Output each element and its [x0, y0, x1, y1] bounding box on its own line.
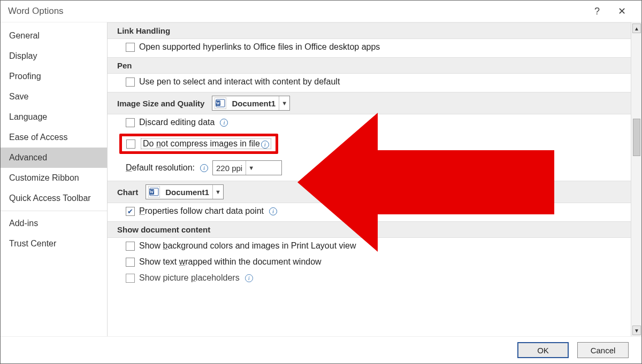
default-resolution-combo[interactable]: 220 ppi ▼ [212, 160, 282, 175]
combo-text: Document1 [228, 99, 279, 108]
checkbox-open-hyperlinks[interactable] [126, 43, 135, 52]
sidebar-item-customize-ribbon[interactable]: Customize Ribbon [1, 168, 107, 188]
dialog-buttons: OK Cancel [1, 337, 641, 363]
option-discard-editing-data[interactable]: Discard editing data i [108, 114, 631, 130]
option-default-resolution: Default resolution: i 220 ppi ▼ [108, 157, 631, 179]
info-icon[interactable]: i [245, 274, 253, 282]
option-properties-follow[interactable]: Properties follow chart data point i [108, 203, 631, 219]
label-default-resolution: Default resolution: [126, 163, 195, 173]
word-options-dialog: Word Options ? ✕ General Display Proofin… [0, 0, 642, 364]
label-do-not-compress: Do not compress images in filei [141, 138, 271, 149]
dialog-body: General Display Proofing Save Language E… [1, 22, 641, 337]
sidebar-item-quick-access-toolbar[interactable]: Quick Access Toolbar [1, 188, 107, 208]
option-use-pen[interactable]: Use pen to select and interact with cont… [108, 74, 631, 90]
option-show-picture-placeholders[interactable]: Show picture placeholders i [108, 270, 631, 286]
section-pen: Pen [108, 57, 631, 74]
word-doc-icon: W [215, 97, 226, 109]
content-area: Link Handling Open supported hyperlinks … [108, 22, 641, 336]
sidebar-item-language[interactable]: Language [1, 107, 107, 127]
info-icon[interactable]: i [200, 164, 208, 172]
close-button[interactable]: ✕ [609, 1, 634, 22]
chevron-down-icon: ▼ [246, 161, 256, 175]
sidebar-item-proofing[interactable]: Proofing [1, 66, 107, 87]
scroll-thumb[interactable] [633, 119, 640, 156]
combo-text: Document1 [162, 188, 212, 197]
options-content: Link Handling Open supported hyperlinks … [108, 22, 631, 336]
label-discard-editing: Discard editing data [139, 118, 215, 127]
label-show-text-wrapped: Show text wrapped within the document wi… [139, 257, 322, 267]
section-title: Pen [117, 61, 132, 70]
sidebar-separator [1, 211, 107, 211]
checkbox-show-picture-placeholders[interactable] [126, 274, 135, 283]
checkbox-discard-editing[interactable] [126, 118, 135, 127]
checkbox-show-bg-colors[interactable] [126, 242, 135, 251]
sidebar-item-advanced[interactable]: Advanced [1, 148, 107, 168]
section-title: Chart [117, 188, 138, 197]
info-icon[interactable]: i [220, 119, 228, 127]
svg-text:W: W [150, 190, 154, 195]
sidebar-item-ease-of-access[interactable]: Ease of Access [1, 127, 107, 148]
scroll-down-arrow[interactable]: ▼ [632, 326, 641, 335]
info-icon[interactable]: i [261, 141, 269, 149]
option-show-bg-colors[interactable]: Show background colors and images in Pri… [108, 238, 631, 254]
cancel-button[interactable]: Cancel [577, 342, 629, 358]
sidebar-item-save[interactable]: Save [1, 87, 107, 107]
label-show-bg-colors: Show background colors and images in Pri… [139, 241, 356, 251]
highlight-annotation: Do not compress images in filei [119, 134, 278, 154]
help-button[interactable]: ? [585, 1, 609, 22]
combo-text: 220 ppi [213, 164, 246, 173]
sidebar-item-add-ins[interactable]: Add-ins [1, 213, 107, 234]
sidebar-item-general[interactable]: General [1, 26, 107, 46]
label-properties-follow: Properties follow chart data point [139, 206, 264, 216]
label-open-hyperlinks: Open supported hyperlinks to Office file… [139, 42, 380, 52]
options-sidebar: General Display Proofing Save Language E… [1, 22, 108, 336]
option-show-text-wrapped[interactable]: Show text wrapped within the document wi… [108, 254, 631, 270]
section-title: Image Size and Quality [117, 99, 204, 108]
label-show-picture-placeholders: Show picture placeholders [139, 273, 240, 283]
sidebar-item-trust-center[interactable]: Trust Center [1, 234, 107, 254]
chevron-down-icon: ▼ [279, 96, 289, 110]
word-doc-icon: W [148, 186, 160, 198]
sidebar-item-display[interactable]: Display [1, 46, 107, 66]
dialog-title: Word Options [8, 6, 64, 17]
option-open-hyperlinks[interactable]: Open supported hyperlinks to Office file… [108, 39, 631, 55]
checkbox-do-not-compress[interactable] [126, 140, 135, 149]
section-show-document-content: Show document content [108, 221, 631, 238]
svg-text:W: W [216, 101, 220, 106]
checkbox-properties-follow[interactable] [126, 207, 135, 216]
scroll-up-arrow[interactable]: ▲ [632, 24, 641, 33]
info-icon[interactable]: i [269, 207, 277, 215]
checkbox-use-pen[interactable] [126, 78, 135, 87]
section-title: Link Handling [117, 26, 170, 35]
ok-button[interactable]: OK [517, 342, 569, 358]
section-title: Show document content [117, 225, 210, 234]
option-do-not-compress[interactable]: Do not compress images in filei [108, 130, 631, 157]
chart-document-combo[interactable]: W Document1 ▼ [146, 184, 224, 199]
section-link-handling: Link Handling [108, 22, 631, 39]
label-use-pen: Use pen to select and interact with cont… [139, 77, 340, 87]
checkbox-show-text-wrapped[interactable] [126, 258, 135, 267]
image-quality-document-combo[interactable]: W Document1 ▼ [212, 96, 290, 111]
section-chart: Chart W Document1 ▼ [108, 181, 631, 203]
section-image-size-quality: Image Size and Quality W Document1 ▼ [108, 92, 631, 114]
vertical-scrollbar[interactable]: ▲ ▼ [631, 22, 641, 336]
chevron-down-icon: ▼ [212, 185, 223, 199]
titlebar: Word Options ? ✕ [1, 1, 641, 22]
